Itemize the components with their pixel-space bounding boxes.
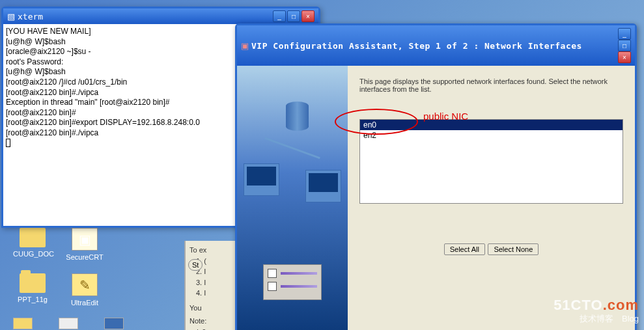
selection-buttons: Select All Select None (359, 243, 623, 255)
close-button[interactable]: × (618, 51, 631, 63)
maximize-button[interactable]: □ (618, 40, 631, 51)
ultraedit-icon: ✎ (72, 273, 98, 296)
desktop-icon-cuug[interactable]: CUUG_DOC (13, 228, 52, 261)
database-cylinder-icon (286, 102, 309, 131)
vip-config-window: ▣ VIP Configuration Assistant, Step 1 of… (235, 23, 637, 330)
list-item[interactable]: en0 (360, 120, 623, 130)
icon-label: PPT_11g (13, 296, 52, 303)
network-interface-listbox[interactable]: en0 en2 (359, 119, 623, 204)
folder-icon (20, 228, 46, 247)
icon-label: SecureCRT (65, 253, 104, 261)
checklist-graphic (263, 264, 322, 300)
minimize-button[interactable]: _ (273, 10, 286, 22)
vip-app-icon: ▣ (241, 41, 249, 51)
checkbox-icon (268, 269, 277, 278)
terminal-cursor (6, 139, 10, 147)
partial-background-window: To ex 1. ( St 2. I 3. I 4. I You Note: /… (184, 241, 243, 330)
select-all-button[interactable]: Select All (444, 243, 485, 255)
vip-titlebar[interactable]: ▣ VIP Configuration Assistant, Step 1 of… (237, 25, 635, 66)
vip-body: This page displays the supported network… (237, 66, 635, 330)
close-button[interactable]: × (301, 10, 315, 22)
desktop-icon-row-1: CUUG_DOC ▣ SecureCRT (13, 228, 104, 261)
securecrt-icon: ▣ (72, 228, 98, 251)
icon-label: CUUG_DOC (13, 250, 52, 258)
desktop-icon-row-3 (13, 318, 124, 329)
desktop-icon-ppt[interactable]: PPT_11g (13, 273, 52, 307)
desktop-icon-ultraedit[interactable]: ✎ UltraEdit (65, 273, 104, 307)
icon-label: UltraEdit (65, 299, 104, 307)
maximize-button[interactable]: □ (287, 10, 300, 22)
select-none-button[interactable]: Select None (488, 243, 539, 255)
xterm-title-text: xterm (18, 12, 273, 21)
checkbox-icon (268, 282, 277, 291)
vip-description: This page displays the supported network… (359, 77, 623, 93)
vip-title-text: VIP Configuration Assistant, Step 1 of 2… (251, 41, 618, 51)
list-item[interactable]: en2 (360, 130, 623, 141)
partial-button[interactable]: St (188, 259, 203, 271)
xterm-app-icon: ▧ (7, 12, 15, 21)
vip-content: This page displays the supported network… (348, 66, 635, 330)
minimize-button[interactable]: _ (618, 28, 631, 40)
desktop-icon-row-2: PPT_11g ✎ UltraEdit (13, 273, 104, 307)
watermark-brand: 51CTO.com (553, 297, 639, 314)
watermark-subtitle: 技术博客 Blog (580, 313, 639, 325)
vip-sidebar-graphic (237, 66, 348, 330)
partial-icon[interactable] (59, 318, 78, 329)
computer-icon (244, 163, 279, 196)
desktop-icon-securecrt[interactable]: ▣ SecureCRT (65, 228, 104, 261)
partial-icon[interactable] (13, 318, 33, 329)
link-line-icon (264, 137, 320, 159)
folder-icon (20, 273, 46, 293)
partial-icon[interactable] (104, 318, 124, 329)
xterm-titlebar[interactable]: ▧ xterm _ □ × (3, 8, 318, 24)
computer-icon (305, 170, 341, 202)
